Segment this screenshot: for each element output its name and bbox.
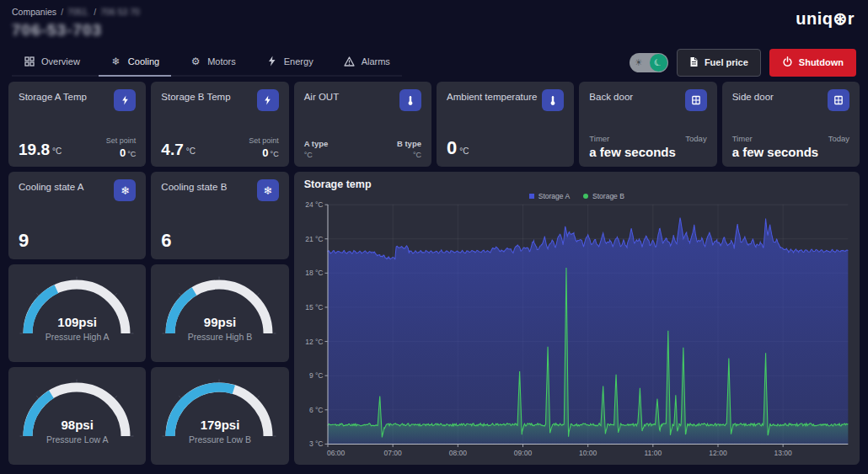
page-title: 706-53-703 — [12, 21, 856, 40]
storage-temp-chart: 24 °C21 °C18 °C15 °C12 °C9 °C6 °C3 °C06:… — [304, 201, 849, 461]
svg-text:18 °C: 18 °C — [305, 269, 323, 277]
tab-energy[interactable]: Energy — [255, 49, 325, 77]
svg-text:12:00: 12:00 — [709, 449, 726, 457]
card-pressure-low-a: 98psi Pressure Low A — [8, 367, 146, 465]
gauge-value: 99psi — [204, 315, 236, 329]
breadcrumb-separator: / — [61, 7, 63, 17]
snowflake-icon: ❄ — [257, 179, 279, 201]
svg-text:07:00: 07:00 — [383, 449, 401, 457]
fuel-document-icon — [689, 56, 699, 69]
pressure-gauge — [160, 377, 280, 443]
door-icon — [828, 89, 849, 111]
ambient-unit: °C — [459, 146, 469, 156]
breadcrumb: Companies / 7051. / 706 53 70 — [12, 7, 856, 17]
card-pressure-high-a: 109psi Pressure High A — [8, 264, 146, 362]
tab-label: Alarms — [362, 56, 390, 67]
theme-toggle[interactable]: ☀ ☾ — [630, 53, 668, 72]
setpoint-label: Set point — [106, 136, 137, 145]
card-title: Cooling state B — [161, 179, 227, 192]
sun-icon: ☀ — [635, 56, 643, 68]
svg-text:06:00: 06:00 — [327, 449, 345, 457]
card-side-door: Side door Timer Today a few seconds — [722, 82, 860, 167]
card-cooling-state-b: Cooling state B ❄ 6 — [151, 172, 288, 259]
snowflake-icon: ❄ — [114, 179, 136, 201]
svg-text:10:00: 10:00 — [579, 449, 597, 457]
today-label: Today — [685, 134, 706, 143]
thermometer-icon — [542, 89, 564, 111]
chart-canvas: 24 °C21 °C18 °C15 °C12 °C9 °C6 °C3 °C06:… — [304, 201, 849, 461]
bolt-icon — [257, 89, 279, 111]
breadcrumb-companies[interactable]: Companies — [12, 7, 56, 17]
legend-storage-b[interactable]: Storage B — [583, 192, 624, 200]
card-title: Ambient temperature — [447, 89, 537, 102]
temp-value: 19.8 — [19, 141, 50, 158]
tab-label: Energy — [284, 56, 313, 67]
card-title: Storage B Temp — [161, 89, 230, 102]
setpoint-label: Set point — [249, 136, 279, 145]
legend-marker-square — [529, 194, 534, 199]
svg-text:12 °C: 12 °C — [305, 338, 323, 346]
temp-value: 4.7 — [161, 141, 183, 158]
shutdown-label: Shutdown — [799, 57, 844, 67]
card-title: Cooling state A — [19, 179, 83, 192]
fuel-price-button[interactable]: Fuel price — [677, 49, 761, 77]
tab-motors[interactable]: ⚙ Motors — [178, 49, 248, 77]
today-label: Today — [828, 134, 849, 143]
temp-unit: °C — [52, 146, 62, 156]
b-type-unit: °C — [397, 151, 421, 159]
timer-label: Timer — [732, 134, 753, 143]
card-pressure-low-b: 179psi Pressure Low B — [151, 367, 288, 465]
tab-bar: Overview ❄ Cooling ⚙ Motors Energy Alarm… — [0, 40, 868, 77]
svg-text:11:00: 11:00 — [644, 449, 662, 457]
gauge-label: Pressure High A — [46, 332, 110, 342]
card-title: Storage A Temp — [19, 89, 87, 102]
grid-icon — [24, 56, 35, 67]
chart-legend: Storage A Storage B — [304, 192, 849, 200]
legend-storage-a[interactable]: Storage A — [529, 192, 570, 200]
svg-text:08:00: 08:00 — [448, 449, 466, 457]
svg-text:13:00: 13:00 — [774, 449, 791, 457]
breadcrumb-separator: / — [94, 7, 96, 17]
tab-overview[interactable]: Overview — [12, 49, 92, 77]
pressure-gauge — [18, 274, 137, 340]
shutdown-button[interactable]: Shutdown — [769, 49, 856, 77]
gauge-label: Pressure Low B — [189, 434, 251, 445]
setpoint-value: 0 — [262, 146, 268, 159]
pressure-gauge — [160, 274, 280, 340]
tab-alarms[interactable]: Alarms — [332, 49, 402, 77]
gauge-value: 179psi — [201, 418, 240, 432]
dashboard-grid: Storage A Temp 19.8°C Set point 0°C Stor… — [8, 82, 860, 465]
card-cooling-state-a: Cooling state A ❄ 9 — [8, 172, 146, 259]
b-type-label: B type — [397, 139, 421, 148]
setpoint-unit: °C — [127, 150, 136, 158]
card-ambient-temperature: Ambient temperature 0°C — [437, 82, 574, 167]
svg-text:21 °C: 21 °C — [305, 235, 323, 243]
theme-toggle-knob[interactable]: ☾ — [650, 54, 667, 72]
storage-temp-chart-panel: Storage temp Storage A Storage B 24 °C21… — [294, 172, 860, 465]
bolt-icon — [114, 89, 136, 111]
legend-marker-dot — [583, 194, 588, 199]
chart-title: Storage temp — [304, 178, 849, 190]
a-type-unit: °C — [304, 151, 329, 159]
svg-text:24 °C: 24 °C — [305, 201, 323, 209]
svg-text:15 °C: 15 °C — [305, 303, 323, 312]
setpoint-unit: °C — [271, 150, 279, 158]
setpoint-value: 0 — [120, 146, 126, 159]
cooling-state-value: 9 — [19, 230, 29, 252]
breadcrumb-segment-1[interactable]: 7051. — [67, 7, 89, 17]
card-title: Side door — [732, 89, 774, 102]
tab-cooling[interactable]: ❄ Cooling — [99, 49, 171, 77]
breadcrumb-segment-2[interactable]: 706 53 70 — [100, 7, 140, 17]
moon-icon: ☾ — [653, 56, 665, 68]
gauge-value: 109psi — [57, 315, 97, 329]
gauge-value: 98psi — [61, 418, 93, 432]
tab-label: Motors — [207, 56, 236, 67]
timer-label: Timer — [589, 134, 609, 143]
card-title: Air OUT — [304, 89, 340, 102]
page-header: Companies / 7051. / 706 53 70 706-53-703… — [0, 0, 868, 40]
gear-icon: ⚙ — [190, 56, 201, 67]
tab-label: Overview — [41, 56, 80, 67]
fuel-price-label: Fuel price — [705, 57, 748, 67]
timer-value: a few seconds — [589, 145, 706, 159]
bolt-icon — [266, 56, 278, 67]
